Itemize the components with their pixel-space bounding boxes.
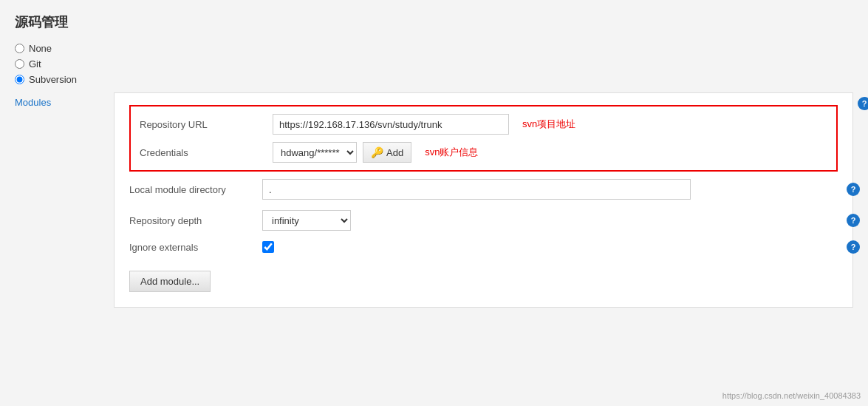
radio-git-label: Git [29,58,41,70]
local-dir-row: Local module directory ? [129,179,838,200]
depth-row: Repository depth infinity empty files im… [129,210,838,231]
add-module-button[interactable]: Add module... [129,271,211,292]
local-dir-input[interactable] [262,179,691,200]
repository-url-input[interactable] [273,114,509,135]
scm-radio-group: None Git Subversion [15,43,853,85]
radio-none-label: None [29,43,52,54]
highlighted-group: Repository URL svn项目地址 Credentials hdwan… [129,105,838,172]
local-dir-control [262,179,838,200]
credentials-label: Credentials [140,147,273,158]
radio-none[interactable]: None [15,43,853,54]
radio-subversion-label: Subversion [29,74,77,85]
add-credentials-button[interactable]: 🔑 Add [363,142,411,163]
ignore-externals-row: Ignore externals ? [129,241,838,253]
depth-control: infinity empty files immediates [262,210,838,231]
repository-url-label: Repository URL [140,119,273,130]
sidebar: Modules [15,92,111,308]
local-dir-help-icon[interactable]: ? [847,183,860,196]
modules-link[interactable]: Modules [15,97,51,108]
ignore-externals-label: Ignore externals [129,242,262,253]
radio-git[interactable]: Git [15,58,853,70]
page-wrapper: 源码管理 None Git Subversion Modules Repos [0,0,868,406]
credentials-annotation: svn账户信息 [425,146,478,159]
key-icon: 🔑 [371,146,383,158]
depth-help-icon[interactable]: ? [847,214,860,227]
depth-select[interactable]: infinity empty files immediates [262,210,351,231]
credentials-select[interactable]: hdwang/****** [273,142,357,163]
radio-git-input[interactable] [15,59,24,69]
add-button-label: Add [386,147,403,158]
local-dir-label: Local module directory [129,184,262,195]
content-panel: Repository URL svn项目地址 Credentials hdwan… [114,92,853,308]
watermark: https://blog.csdn.net/weixin_40084383 [722,391,861,400]
main-panel: Modules Repository URL svn项目地址 [15,92,853,308]
credentials-control: hdwang/****** 🔑 Add svn账户信息 [273,142,827,163]
repository-url-annotation: svn项目地址 [522,118,575,131]
ignore-externals-control [262,241,838,253]
credentials-row: Credentials hdwang/****** 🔑 Add svn账户信息 [140,142,827,163]
repository-url-row: Repository URL svn项目地址 [140,114,827,135]
main-help-icon[interactable]: ? [858,97,868,110]
ignore-externals-checkbox[interactable] [262,241,274,253]
radio-subversion-input[interactable] [15,75,24,84]
page-title: 源码管理 [15,13,853,31]
radio-subversion[interactable]: Subversion [15,74,853,85]
ignore-externals-help-icon[interactable]: ? [847,240,860,254]
depth-label: Repository depth [129,215,262,226]
repository-url-control: svn项目地址 [273,114,827,135]
radio-none-input[interactable] [15,44,24,53]
